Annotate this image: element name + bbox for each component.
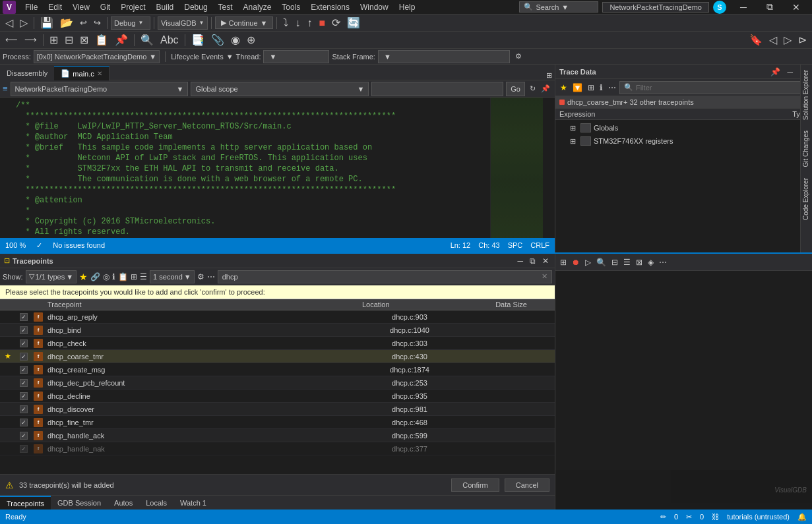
tb2-btn17[interactable]: ⊳ <box>796 32 809 47</box>
tb2-btn4[interactable]: ⊟ <box>62 32 76 47</box>
tp-info-icon[interactable]: ℹ <box>112 272 115 281</box>
symbol-search[interactable] <box>371 82 503 96</box>
tp-more-icon[interactable]: ⋯ <box>207 272 215 281</box>
tb2-btn11[interactable]: 📎 <box>208 32 227 47</box>
row3-checkbox[interactable] <box>16 353 32 361</box>
tb-icon3[interactable]: ▷ <box>583 258 593 267</box>
panel-toggle-icon[interactable]: ⊞ <box>546 71 552 80</box>
tb2-btn16[interactable]: ▷ <box>781 32 794 47</box>
row8-checkbox[interactable] <box>16 419 32 426</box>
tp-link-icon[interactable]: 🔗 <box>90 272 100 281</box>
row5-star[interactable]: ★ <box>0 378 16 387</box>
tb2-btn7[interactable]: 📌 <box>112 32 131 47</box>
global-scope-dropdown[interactable]: Global scope ▼ <box>191 82 369 96</box>
menu-project[interactable]: Project <box>115 1 150 13</box>
row0-checkbox[interactable] <box>16 313 32 321</box>
trace-filter-icon[interactable]: 🔽 <box>571 83 584 92</box>
close-tab-icon[interactable]: ✕ <box>97 70 102 77</box>
row4-star[interactable]: ★ <box>0 365 16 374</box>
trace-registers-checkbox[interactable] <box>580 136 591 146</box>
tab-watch1[interactable]: Watch 1 <box>173 496 213 510</box>
row7-star[interactable]: ★ <box>0 405 16 413</box>
tb-icon8[interactable]: ◈ <box>646 258 656 267</box>
menu-window[interactable]: Window <box>355 1 394 13</box>
menu-edit[interactable]: Edit <box>43 1 67 13</box>
trace-more-icon[interactable]: ⋯ <box>606 83 618 92</box>
tp-search-container[interactable]: ✕ <box>218 270 552 283</box>
user-avatar[interactable]: S <box>713 1 726 14</box>
trace-filter-input-container[interactable]: 🔍 <box>619 81 809 94</box>
row1-checkbox[interactable] <box>16 326 32 334</box>
trace-expand-globals-icon[interactable]: ⊞ <box>570 124 580 132</box>
sync-icon[interactable]: ↻ <box>528 84 538 93</box>
search-bar[interactable]: 🔍 Search ▼ <box>519 1 598 13</box>
rowp-checkbox[interactable] <box>16 445 32 453</box>
clear-search-icon[interactable]: ✕ <box>542 272 547 281</box>
tp-star-icon[interactable]: ★ <box>79 272 88 282</box>
tb2-btn14[interactable]: 🔖 <box>747 32 765 47</box>
stack-frame-dropdown[interactable]: ▼ <box>378 50 510 63</box>
tab-tracepoints[interactable]: Tracepoints <box>0 496 51 510</box>
tab-gdb-session[interactable]: GDB Session <box>51 496 108 510</box>
step-into-button[interactable]: ↓ <box>292 16 303 30</box>
tp-float-icon[interactable]: ⧉ <box>528 256 538 266</box>
row1-star[interactable]: ★ <box>0 326 16 334</box>
tb2-btn2[interactable]: ⟶ <box>22 34 40 46</box>
stop-button[interactable]: ■ <box>316 16 328 30</box>
restart-button[interactable]: ⟳ <box>329 15 343 30</box>
tb2-btn9[interactable]: Abc <box>158 33 181 47</box>
tb2-btn8[interactable]: 🔍 <box>138 32 156 47</box>
trace-star-icon[interactable]: ★ <box>558 83 569 92</box>
trace-filter-input[interactable] <box>636 84 805 92</box>
tb-icon4[interactable]: 🔍 <box>594 258 608 267</box>
minimize-button[interactable]: ─ <box>730 0 757 15</box>
tb-icon1[interactable]: ⊞ <box>558 258 569 267</box>
row8-star[interactable]: ★ <box>0 418 16 426</box>
trace-minimize-icon[interactable]: ─ <box>785 67 795 76</box>
row6-checkbox[interactable] <box>16 392 32 400</box>
tb-icon5[interactable]: ⊟ <box>609 258 620 267</box>
tb2-btn5[interactable]: ⊠ <box>77 32 91 47</box>
row7-checkbox[interactable] <box>16 405 32 413</box>
menu-help[interactable]: Help <box>394 1 421 13</box>
more-btn[interactable]: ⚙ <box>515 52 522 61</box>
undo-button[interactable]: ↩ <box>77 16 90 29</box>
zoom-level[interactable]: 100 % <box>5 241 26 249</box>
rowp-star[interactable]: ★ <box>0 444 16 453</box>
save-button[interactable]: 💾 <box>38 15 56 30</box>
main-c-tab[interactable]: 📄 main.c ✕ <box>54 66 109 80</box>
disassembly-tab[interactable]: Disassembly <box>0 66 54 80</box>
trace-info-icon[interactable]: ℹ <box>598 83 605 92</box>
pin-icon[interactable]: 📌 <box>539 84 552 93</box>
tp-close-icon[interactable]: ✕ <box>540 256 551 266</box>
step-over-button[interactable]: ⤵ <box>280 16 291 30</box>
notification-icon[interactable]: 🔔 <box>797 513 807 521</box>
menu-file[interactable]: File <box>20 1 43 13</box>
cancel-button[interactable]: Cancel <box>505 479 549 492</box>
back-button[interactable]: ◁ <box>3 15 16 30</box>
tp-settings-icon[interactable]: ⚙ <box>197 272 204 281</box>
tb2-btn1[interactable]: ⟵ <box>3 34 20 46</box>
tutorials-label[interactable]: tutorials (untrusted) <box>727 513 790 521</box>
trace-expand-registers-icon[interactable]: ⊞ <box>570 137 580 146</box>
tb2-btn3[interactable]: ⊞ <box>47 32 61 47</box>
tp-pin-icon[interactable]: ─ <box>515 256 525 266</box>
tab-autos[interactable]: Autos <box>108 496 139 510</box>
row9-checkbox[interactable] <box>16 432 32 440</box>
open-button[interactable]: 📂 <box>57 15 76 30</box>
trace-globals-checkbox[interactable] <box>580 123 591 132</box>
sidebar-solution-explorer[interactable]: Solution Explorer <box>801 65 812 125</box>
row5-checkbox[interactable] <box>16 379 32 387</box>
tp-list-icon[interactable]: ☰ <box>140 272 147 281</box>
filter-types-dropdown[interactable]: ▽ 1/1 types ▼ <box>26 270 77 283</box>
tp-copy-icon[interactable]: 📋 <box>118 272 128 281</box>
tb2-btn15[interactable]: ◁ <box>766 32 780 47</box>
menu-analyze[interactable]: Analyze <box>238 1 277 13</box>
confirm-button[interactable]: Confirm <box>451 479 499 492</box>
tab-locals[interactable]: Locals <box>139 496 173 510</box>
row0-star[interactable]: ★ <box>0 312 16 321</box>
hot-reload-button[interactable]: 🔄 <box>344 15 363 30</box>
row4-checkbox[interactable] <box>16 366 32 374</box>
trace-star-icon[interactable]: ★ <box>559 124 570 132</box>
thread-dropdown[interactable]: ▼ <box>263 50 329 63</box>
